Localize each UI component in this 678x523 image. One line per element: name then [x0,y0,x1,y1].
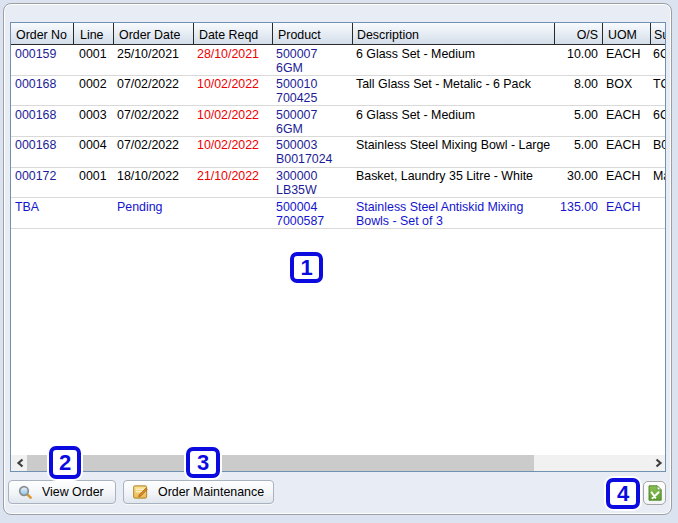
column-header-order-date[interactable]: Order Date [113,23,193,44]
scroll-left-icon[interactable] [16,458,26,468]
cell-supplier [650,198,665,228]
product-code: 300000 [276,169,352,183]
product-code-2: 700425 [276,91,352,105]
column-header-description[interactable]: Description [352,23,554,44]
column-header-os[interactable]: O/S [554,23,602,44]
excel-icon [648,485,662,501]
order-row-6-pending[interactable]: TBA Pending 5000047000587 Stainless Stee… [11,198,665,229]
cell-uom: EACH [602,198,650,228]
horizontal-scrollbar[interactable] [11,455,665,471]
product-code: 500007 [276,108,352,122]
product-code-2: 7000587 [276,214,352,228]
annotation-badge-2: 2 [49,446,81,479]
scroll-right-icon[interactable] [653,458,663,468]
cell-line: 0001 [73,45,113,75]
order-row-4[interactable]: 000168 0004 07/02/2022 10/02/2022 500003… [11,137,665,168]
cell-line: 0001 [73,168,113,198]
order-row-2[interactable]: 000168 0002 07/02/2022 10/02/2022 500010… [11,76,665,107]
cell-order-no: TBA [11,198,73,228]
product-code-2: 6GM [276,122,352,136]
cell-line: 0004 [73,137,113,167]
cell-product: 500010700425 [272,76,352,106]
cell-product: 300000LB35W [272,168,352,198]
cell-supplier: B0 [650,137,665,167]
view-order-label: View Order [42,485,104,499]
cell-description: 6 Glass Set - Medium [352,45,554,75]
cell-os: 5.00 [554,106,602,136]
cell-product: 500003B0017024 [272,137,352,167]
grid-header: Order No Line Order Date Date Reqd Produ… [11,23,665,45]
annotation-badge-1: 1 [290,252,323,283]
cell-date-reqd [193,198,272,228]
order-enquiry-window: Order No Line Order Date Date Reqd Produ… [0,0,678,523]
cell-order-no: 000168 [11,76,73,106]
order-row-5[interactable]: 000172 0001 18/10/2022 21/10/2022 300000… [11,168,665,199]
cell-uom: EACH [602,106,650,136]
cell-supplier: TG [650,76,665,106]
column-header-product[interactable]: Product [272,23,352,44]
grid-body: 000159 0001 25/10/2021 28/10/2021 500007… [11,45,665,457]
column-header-order-no[interactable]: Order No [11,23,73,44]
cell-order-no: 000172 [11,168,73,198]
cell-description: Stainless Steel Mixing Bowl - Large [352,137,554,167]
column-header-date-reqd[interactable]: Date Reqd [193,23,272,44]
cell-line: 0003 [73,106,113,136]
annotation-badge-3: 3 [186,447,220,478]
column-header-line[interactable]: Line [73,23,113,44]
orders-grid: Order No Line Order Date Date Reqd Produ… [10,22,666,472]
order-row-1[interactable]: 000159 0001 25/10/2021 28/10/2021 500007… [11,45,665,76]
cell-description: 6 Glass Set - Medium [352,106,554,136]
view-order-button[interactable]: View Order [8,480,116,504]
cell-date-reqd: 10/02/2022 [193,137,272,167]
order-maintenance-button[interactable]: Order Maintenance [123,480,274,504]
cell-uom: EACH [602,168,650,198]
product-code: 500007 [276,47,352,61]
cell-order-no: 000168 [11,137,73,167]
cell-product: 5000076GM [272,106,352,136]
cell-description: Tall Glass Set - Metalic - 6 Pack [352,76,554,106]
cell-os: 10.00 [554,45,602,75]
column-header-uom[interactable]: UOM [602,23,650,44]
cell-product: 5000047000587 [272,198,352,228]
cell-description: Basket, Laundry 35 Litre - White [352,168,554,198]
order-maintenance-label: Order Maintenance [158,485,264,499]
cell-date-reqd: 10/02/2022 [193,106,272,136]
cell-order-date: 07/02/2022 [113,137,193,167]
scrollbar-thumb[interactable] [27,455,534,471]
cell-uom: EACH [602,45,650,75]
cell-order-date: 18/10/2022 [113,168,193,198]
cell-description: Stainless Steel Antiskid Mixing Bowls - … [352,198,554,228]
column-header-supplier[interactable]: Su [650,23,665,44]
cell-supplier: Ma [650,168,665,198]
cell-product: 5000076GM [272,45,352,75]
annotation-badge-4: 4 [606,478,640,509]
cell-order-no: 000168 [11,106,73,136]
order-row-3[interactable]: 000168 0003 07/02/2022 10/02/2022 500007… [11,106,665,137]
cell-order-date: 07/02/2022 [113,106,193,136]
cell-line [73,198,113,228]
cell-os: 135.00 [554,198,602,228]
cell-date-reqd: 21/10/2022 [193,168,272,198]
product-code: 500004 [276,200,352,214]
cell-order-date: 25/10/2021 [113,45,193,75]
cell-order-date: Pending [113,198,193,228]
export-to-excel-button[interactable] [643,481,666,505]
product-code: 500010 [276,77,352,91]
cell-uom: EACH [602,137,650,167]
edit-pad-icon [133,485,148,499]
cell-supplier: 6G [650,106,665,136]
cell-order-no: 000159 [11,45,73,75]
product-code-2: B0017024 [276,152,352,166]
cell-date-reqd: 28/10/2021 [193,45,272,75]
product-code-2: 6GM [276,61,352,75]
cell-os: 8.00 [554,76,602,106]
cell-supplier: 6G [650,45,665,75]
cell-os: 30.00 [554,168,602,198]
magnifier-icon [18,485,32,499]
product-code: 500003 [276,138,352,152]
cell-os: 5.00 [554,137,602,167]
cell-order-date: 07/02/2022 [113,76,193,106]
cell-line: 0002 [73,76,113,106]
cell-date-reqd: 10/02/2022 [193,76,272,106]
cell-uom: BOX [602,76,650,106]
